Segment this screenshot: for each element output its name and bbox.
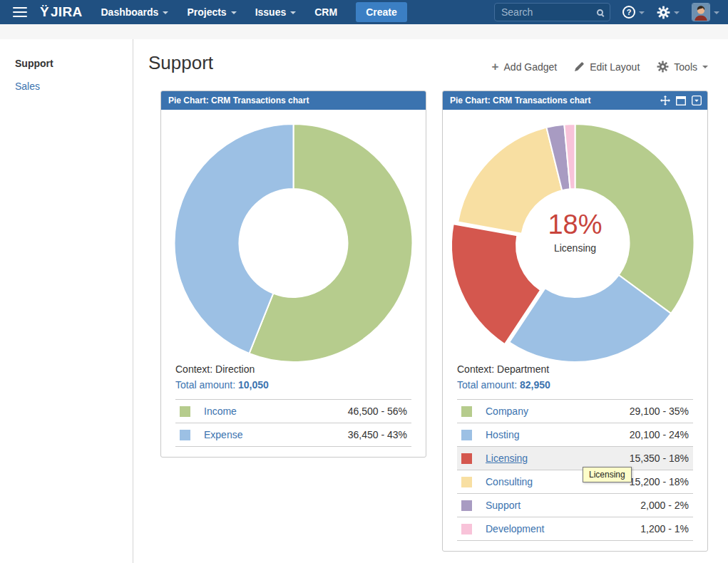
legend-swatch xyxy=(180,430,190,440)
gadget-title: Pie Chart: CRM Transactions chart xyxy=(168,95,309,105)
user-menu[interactable] xyxy=(692,3,719,21)
gadget-title: Pie Chart: CRM Transactions chart xyxy=(450,95,590,105)
content-area: Support Sales Support + Add Gadget Edit … xyxy=(0,39,728,563)
subheader-strip xyxy=(0,24,728,39)
legend-label-link[interactable]: Company xyxy=(486,406,528,417)
dashboard-main: Support + Add Gadget Edit Layout xyxy=(134,39,728,563)
legend-row: Development1,200 - 1% xyxy=(457,517,693,541)
tooltip: Licensing xyxy=(583,467,632,482)
legend-label-link[interactable]: Licensing xyxy=(486,453,528,464)
add-gadget-button[interactable]: + Add Gadget xyxy=(492,61,558,73)
legend-row: Income46,500 - 56% xyxy=(175,400,411,423)
legend-value: 15,200 - 18% xyxy=(630,476,689,487)
dashboard-sidebar: Support Sales xyxy=(0,39,133,563)
legend-swatch xyxy=(461,500,472,511)
donut-svg xyxy=(161,110,426,363)
gadget-header[interactable]: Pie Chart: CRM Transactions chart xyxy=(443,91,707,110)
legend-label-link[interactable]: Consulting xyxy=(486,476,533,487)
legend-value: 1,200 - 1% xyxy=(640,523,689,534)
chart-legend: Income46,500 - 56%Expense36,450 - 43% xyxy=(175,399,411,447)
sidebar-item-sales[interactable]: Sales xyxy=(15,81,133,92)
nav-issues-label: Issues xyxy=(255,6,287,18)
nav-issues[interactable]: Issues xyxy=(255,6,297,18)
search-icon[interactable] xyxy=(597,9,603,16)
gadget-pie-chart-department: Pie Chart: CRM Transactions chart xyxy=(442,91,708,552)
edit-layout-button[interactable]: Edit Layout xyxy=(574,61,640,73)
pencil-icon xyxy=(574,61,585,72)
hamburger-icon[interactable] xyxy=(13,7,27,17)
legend-label-link[interactable]: Expense xyxy=(204,429,242,440)
sidebar-item-support[interactable]: Support xyxy=(15,58,133,69)
context-value: Direction xyxy=(215,363,255,375)
nav-dashboards[interactable]: Dashboards xyxy=(101,6,168,18)
nav-crm-label: CRM xyxy=(314,6,337,18)
legend-row: Consulting15,200 - 18% xyxy=(457,470,693,494)
context-label: Context: xyxy=(457,363,494,375)
legend-swatch xyxy=(461,406,472,417)
legend-label-link[interactable]: Income xyxy=(204,406,237,417)
total-value: 10,050 xyxy=(238,379,269,391)
chevron-down-icon xyxy=(290,11,296,14)
sidebar-item-link[interactable]: Sales xyxy=(15,81,40,92)
jira-logo[interactable]: Ÿ JIRA xyxy=(40,4,82,20)
chart-total: Total amount: 10,050 xyxy=(175,379,411,391)
legend-value: 29,100 - 35% xyxy=(630,406,689,417)
add-gadget-label: Add Gadget xyxy=(504,61,558,73)
chevron-down-icon xyxy=(639,11,645,14)
legend-label-link[interactable]: Hosting xyxy=(486,429,519,440)
legend-swatch xyxy=(461,477,472,487)
sidebar-item-label: Support xyxy=(15,58,53,69)
total-label: Total amount: xyxy=(175,379,235,391)
create-button[interactable]: Create xyxy=(356,2,407,22)
legend-value: 2,000 - 2% xyxy=(640,500,689,511)
chart-total: Total amount: 82,950 xyxy=(457,379,693,391)
legend-swatch xyxy=(461,430,472,440)
nav-projects[interactable]: Projects xyxy=(187,6,236,18)
legend-row: Expense36,450 - 43% xyxy=(175,423,411,447)
total-label: Total amount: xyxy=(457,379,517,391)
chart-meta: Context: Department Total amount: 82,950 xyxy=(443,363,707,391)
help-icon: ? xyxy=(622,6,635,19)
legend-value: 20,100 - 24% xyxy=(630,429,689,440)
donut-svg xyxy=(443,110,707,363)
dropdown-icon[interactable] xyxy=(692,95,702,105)
chart-context: Context: Direction xyxy=(175,363,411,375)
chevron-down-icon xyxy=(714,11,719,14)
pie-slice-consulting[interactable] xyxy=(458,128,562,234)
total-value: 82,950 xyxy=(520,379,550,391)
legend-label-link[interactable]: Support xyxy=(486,500,521,511)
chevron-down-icon xyxy=(702,66,708,68)
legend-value: 36,450 - 43% xyxy=(348,429,407,440)
jira-logo-text: JIRA xyxy=(51,4,83,20)
tools-button[interactable]: Tools xyxy=(657,61,708,73)
help-menu[interactable]: ? xyxy=(622,6,645,19)
dashboard-actions: + Add Gadget Edit Layout xyxy=(492,61,708,73)
legend-value: 46,500 - 56% xyxy=(348,406,407,417)
context-label: Context: xyxy=(175,363,212,375)
admin-menu[interactable] xyxy=(657,6,680,19)
pie-slice-company[interactable] xyxy=(575,124,694,314)
legend-row: Licensing15,350 - 18% xyxy=(457,447,693,470)
donut-chart-direction xyxy=(161,110,426,363)
legend-swatch xyxy=(461,524,472,534)
legend-swatch xyxy=(180,406,190,417)
context-value: Department xyxy=(497,363,549,375)
maximize-icon[interactable] xyxy=(676,96,686,105)
edit-layout-label: Edit Layout xyxy=(590,61,640,73)
chevron-down-icon xyxy=(163,11,168,14)
gadget-controls xyxy=(660,95,702,105)
chevron-down-icon xyxy=(674,11,680,14)
gadget-header[interactable]: Pie Chart: CRM Transactions chart xyxy=(161,91,426,110)
search-input[interactable] xyxy=(501,6,585,18)
nav-dashboards-label: Dashboards xyxy=(101,6,158,18)
chart-legend: Company29,100 - 35%Hosting20,100 - 24%Li… xyxy=(457,399,693,541)
donut-chart-department: 18% Licensing xyxy=(443,110,707,363)
move-icon[interactable] xyxy=(660,95,670,105)
gear-icon xyxy=(657,61,669,73)
top-navbar: Ÿ JIRA Dashboards Projects Issues CRM Cr… xyxy=(0,0,728,24)
legend-label-link[interactable]: Development xyxy=(486,523,545,534)
legend-swatch xyxy=(461,453,472,464)
nav-crm[interactable]: CRM xyxy=(314,6,337,18)
legend-row: Hosting20,100 - 24% xyxy=(457,423,693,447)
search-box xyxy=(494,3,610,21)
